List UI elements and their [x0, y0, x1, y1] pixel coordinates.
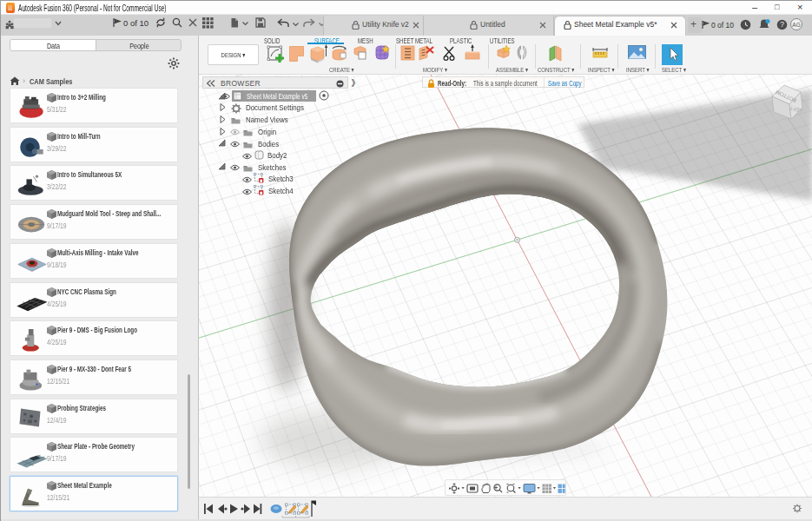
svg-text:?: ? — [780, 20, 784, 29]
